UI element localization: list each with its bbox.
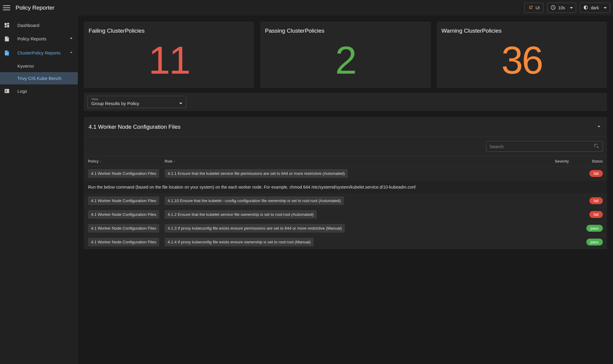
status-badge: fail (589, 211, 603, 218)
sidebar-subitem-trivy[interactable]: Trivy CIS Kube Bench (0, 72, 78, 84)
open-ui-button[interactable]: UI (524, 3, 544, 13)
card-value: 36 (441, 41, 602, 80)
card-title: Passing ClusterPolicies (265, 28, 426, 34)
dashboard-icon (4, 22, 10, 28)
policy-chip: 4.1 Worker Node Configuration Files (88, 210, 159, 219)
rule-chip: 4.1.3 If proxy kubeconfig file exists en… (165, 224, 345, 233)
table-row[interactable]: 4.1 Worker Node Configuration Files4.1.1… (84, 194, 607, 208)
card-value: 11 (89, 41, 249, 80)
policy-chip: 4.1 Worker Node Configuration Files (88, 238, 159, 246)
main-content: Failing ClusterPolicies 11 Passing Clust… (78, 16, 613, 364)
sidebar-item-dashboard[interactable]: Dashboard (0, 19, 78, 32)
view-panel: View Group Results by Policy (84, 93, 607, 111)
sidebar-item-policy-reports[interactable]: Policy Reports (0, 32, 78, 46)
chevron-down-icon (179, 103, 182, 104)
card-title: Failing ClusterPolicies (89, 28, 249, 34)
status-badge: fail (589, 170, 603, 177)
policy-chip: 4.1 Worker Node Configuration Files (88, 196, 159, 205)
sort-asc-icon: ↑ (174, 160, 175, 163)
policy-panel-title: 4.1 Worker Node Configuration Files (89, 124, 180, 130)
policy-chip: 4.1 Worker Node Configuration Files (88, 224, 159, 233)
policy-panel-header[interactable]: 4.1 Worker Node Configuration Files (84, 117, 607, 137)
rule-chip: 4.1.1 Ensure that the kubelet service fi… (165, 169, 348, 178)
policy-chip: 4.1 Worker Node Configuration Files (88, 169, 159, 178)
refresh-interval-select[interactable]: 10s (547, 3, 576, 13)
sidebar-item-label: Dashboard (17, 23, 39, 28)
document-icon (4, 36, 10, 42)
results-table: Policy↑ Rule↑ Severity Status 4.1 Worker… (84, 156, 607, 249)
search-input[interactable] (489, 144, 594, 149)
sidebar-item-label: Trivy CIS Kube Bench (17, 76, 61, 81)
external-link-icon (528, 5, 533, 11)
row-detail: Run the below command (based on the file… (84, 181, 607, 194)
theme-value: dark (591, 5, 599, 10)
sidebar-subitem-kyverno[interactable]: Kyverno (0, 60, 78, 72)
sidebar-item-label: Logs (17, 89, 27, 94)
card-failing: Failing ClusterPolicies 11 (84, 22, 254, 88)
rule-chip: 4.1.4 If proxy kubeconfig file exists en… (165, 238, 314, 246)
table-row[interactable]: 4.1 Worker Node Configuration Files4.1.4… (84, 235, 607, 249)
chevron-down-icon (604, 7, 607, 9)
sidebar-item-clusterpolicy-reports[interactable]: ClusterPolicy Reports (0, 46, 78, 60)
table-row[interactable]: 4.1 Worker Node Configuration Files4.1.2… (84, 208, 607, 222)
sidebar-item-label: ClusterPolicy Reports (17, 50, 60, 55)
refresh-interval-value: 10s (558, 5, 565, 10)
app-bar: Policy Reporter UI 10s dark (0, 0, 613, 16)
theme-icon (583, 5, 588, 11)
card-passing: Passing ClusterPolicies 2 (260, 22, 430, 88)
menu-icon[interactable] (3, 4, 10, 11)
terminal-icon (4, 88, 10, 94)
view-select-value: Group Results by Policy (91, 101, 139, 106)
rule-chip: 4.1.10 Ensure that the kubelet --config … (165, 196, 344, 205)
col-header-status[interactable]: Status (582, 159, 603, 163)
rule-chip: 4.1.2 Ensure that the kubelet service fi… (165, 210, 317, 219)
sidebar-item-label: Kyverno (17, 63, 34, 69)
view-select[interactable]: View Group Results by Policy (87, 96, 186, 108)
document-icon (4, 50, 10, 56)
col-header-severity[interactable]: Severity (555, 159, 582, 163)
search-icon (594, 143, 600, 150)
open-ui-label: UI (535, 5, 540, 10)
sidebar-item-label: Policy Reports (17, 36, 46, 41)
table-row[interactable]: 4.1 Worker Node Configuration Files4.1.1… (84, 167, 607, 181)
chevron-up-icon (596, 123, 602, 131)
sidebar: Dashboard Policy Reports ClusterPolicy R… (0, 16, 78, 364)
clock-icon (550, 5, 556, 11)
app-title: Policy Reporter (16, 4, 54, 11)
status-badge: fail (589, 197, 603, 204)
status-badge: pass (586, 225, 603, 232)
chevron-down-icon (570, 7, 573, 9)
sidebar-item-logs[interactable]: Logs (0, 84, 78, 98)
chevron-down-icon (68, 35, 74, 42)
col-header-rule[interactable]: Rule↑ (165, 159, 555, 163)
theme-select[interactable]: dark (580, 3, 610, 13)
chevron-up-icon (68, 49, 74, 56)
card-value: 2 (265, 41, 426, 80)
table-row[interactable]: 4.1 Worker Node Configuration Files4.1.3… (84, 222, 607, 235)
view-select-label: View (91, 97, 182, 101)
col-header-policy[interactable]: Policy↑ (88, 159, 165, 163)
sort-asc-icon: ↑ (100, 160, 101, 163)
card-title: Warning ClusterPolicies (441, 28, 602, 34)
card-warning: Warning ClusterPolicies 36 (437, 22, 607, 88)
table-header: Policy↑ Rule↑ Severity Status (84, 156, 607, 167)
policy-panel: 4.1 Worker Node Configuration Files Poli… (84, 117, 607, 249)
search-field[interactable] (486, 141, 603, 152)
status-badge: pass (586, 239, 603, 245)
